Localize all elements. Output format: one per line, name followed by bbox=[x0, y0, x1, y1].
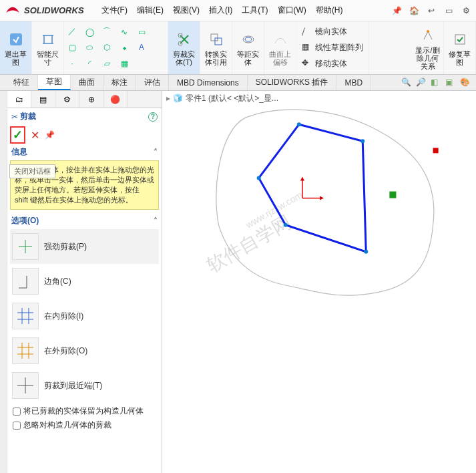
circle-icon[interactable]: ◯ bbox=[84, 27, 95, 37]
ribbon-smart-dim[interactable]: 智能尺寸 bbox=[32, 21, 64, 74]
doc-icon[interactable]: ▭ bbox=[443, 5, 455, 17]
scissors-icon: ✂ bbox=[11, 112, 18, 122]
command-tabs: 特征 草图 曲面 标注 评估 MBD Dimensions SOLIDWORKS… bbox=[0, 75, 476, 91]
chevron-up-icon[interactable]: ˄ bbox=[154, 216, 158, 226]
brand-label: SOLIDWORKS bbox=[24, 5, 84, 15]
ribbon-sketch-tools: ／ ◯ ⌒ ∿ ▭ ▢ ⬭ ⬡ ⬥ A · ◜ ▱ ▦ bbox=[64, 21, 168, 74]
option-trim-outside[interactable]: 在外剪除(O) bbox=[10, 333, 159, 368]
gear-icon[interactable]: ⚙ bbox=[460, 5, 472, 17]
ribbon-exit-sketch[interactable]: 退出草图 bbox=[0, 21, 32, 74]
menu-tools[interactable]: 工具(T) bbox=[238, 3, 272, 18]
option-power-trim[interactable]: 强劲剪裁(P) bbox=[10, 229, 159, 264]
sketch-origin bbox=[300, 176, 324, 200]
ribbon-trim[interactable]: 剪裁实体(T) bbox=[168, 21, 200, 74]
checkbox-keep-construction[interactable]: 将已剪裁的实体保留为构造几何体 bbox=[7, 404, 162, 418]
ribbon-mirror[interactable]: ⧸镜向实体 bbox=[302, 26, 363, 37]
tab-evaluate[interactable]: 评估 bbox=[136, 75, 169, 90]
slot-icon[interactable]: ⬭ bbox=[84, 42, 95, 53]
graphics-area[interactable]: ▸ 🧊 零件1 (默认< <默认>_显... 软件自学网 www.rjzxw.c… bbox=[162, 91, 476, 473]
panel-tab-property[interactable]: ▤ bbox=[31, 91, 55, 108]
zoom-icon[interactable]: 🔍 bbox=[401, 77, 412, 88]
poly-icon[interactable]: ⬡ bbox=[101, 42, 112, 53]
display-icon[interactable]: ▣ bbox=[445, 77, 456, 88]
help-icon[interactable]: ? bbox=[148, 112, 158, 122]
appearance-icon[interactable]: 🎨 bbox=[460, 77, 471, 88]
relation-marker-red[interactable] bbox=[433, 148, 439, 153]
menu-view[interactable]: 视图(V) bbox=[169, 3, 204, 18]
ribbon-pattern[interactable]: ▦线性草图阵列 bbox=[302, 42, 363, 53]
menu-window[interactable]: 窗口(W) bbox=[274, 3, 310, 18]
menu-insert[interactable]: 插入(I) bbox=[205, 3, 236, 18]
option-trim-closest[interactable]: 剪裁到最近端(T) bbox=[10, 368, 159, 403]
task-pane-rail[interactable] bbox=[0, 91, 7, 473]
ribbon-show-relations[interactable]: 显示/删除几何关系 bbox=[412, 21, 444, 74]
solidworks-logo bbox=[4, 2, 21, 19]
fillet-icon[interactable]: ◜ bbox=[84, 58, 95, 69]
svg-point-11 bbox=[364, 250, 368, 254]
menubar: 文件(F) 编辑(E) 视图(V) 插入(I) 工具(T) 窗口(W) 帮助(H… bbox=[97, 3, 347, 18]
svg-point-6 bbox=[245, 37, 252, 41]
svg-point-13 bbox=[257, 176, 261, 180]
menu-file[interactable]: 文件(F) bbox=[97, 3, 132, 18]
arc-icon[interactable]: ⌒ bbox=[101, 27, 112, 37]
cancel-button[interactable]: ✕ bbox=[31, 129, 39, 142]
back-icon[interactable]: ↩ bbox=[425, 5, 437, 17]
svg-point-7 bbox=[427, 30, 429, 33]
msg-section-label: 信息 bbox=[11, 146, 27, 158]
text-icon[interactable]: A bbox=[136, 42, 147, 53]
option-corner[interactable]: 边角(C) bbox=[10, 264, 159, 299]
options-section-label: 选项(O) bbox=[11, 215, 39, 226]
ribbon-offset[interactable]: 等距实体 bbox=[232, 21, 264, 74]
tab-mbd-dim[interactable]: MBD Dimensions bbox=[169, 75, 248, 90]
ribbon: 退出草图 智能尺寸 ／ ◯ ⌒ ∿ ▭ ▢ ⬭ ⬡ ⬥ A · ◜ ▱ ▦ 剪裁… bbox=[0, 21, 476, 75]
svg-rect-8 bbox=[455, 35, 465, 44]
menu-help[interactable]: 帮助(H) bbox=[312, 3, 347, 18]
menu-edit[interactable]: 编辑(E) bbox=[133, 3, 168, 18]
point-icon[interactable]: · bbox=[67, 58, 77, 69]
ribbon-repair[interactable]: 修复草图 bbox=[444, 21, 476, 74]
line-icon[interactable]: ／ bbox=[67, 27, 77, 37]
feature-title: 剪裁 bbox=[20, 111, 36, 122]
rect-icon[interactable]: ▭ bbox=[136, 27, 147, 37]
checkbox-ignore-construction[interactable]: 忽略对构造几何体的剪裁 bbox=[7, 418, 162, 432]
svg-point-9 bbox=[297, 122, 301, 126]
svg-point-12 bbox=[284, 223, 288, 227]
plane-icon[interactable]: ▦ bbox=[119, 58, 130, 69]
tab-annotate[interactable]: 标注 bbox=[103, 75, 136, 90]
svg-rect-3 bbox=[211, 34, 218, 41]
svg-marker-16 bbox=[300, 176, 304, 180]
relation-marker-green[interactable] bbox=[389, 192, 396, 198]
tab-plugins[interactable]: SOLIDWORKS 插件 bbox=[248, 75, 337, 90]
polygon-shape[interactable] bbox=[259, 124, 367, 252]
svg-point-10 bbox=[361, 139, 365, 143]
panel-tab-config[interactable]: ⚙ bbox=[55, 91, 79, 108]
section-icon[interactable]: ◧ bbox=[431, 77, 441, 88]
svg-marker-17 bbox=[320, 196, 324, 200]
tab-surface[interactable]: 曲面 bbox=[71, 75, 103, 90]
panel-tab-feature[interactable]: 🗂 bbox=[7, 91, 31, 108]
ribbon-transform-group: ⧸镜向实体 ▦线性草图阵列 ✥移动实体 bbox=[296, 21, 369, 74]
tab-mbd[interactable]: MBD bbox=[336, 75, 371, 90]
rect2-icon[interactable]: ▢ bbox=[67, 42, 77, 53]
ribbon-convert[interactable]: 转换实体引用 bbox=[200, 21, 232, 74]
tab-sketch[interactable]: 草图 bbox=[38, 75, 71, 90]
panel-tab-appearance[interactable]: 🔴 bbox=[103, 91, 128, 108]
ribbon-curve-offset[interactable]: 曲面上偏移 bbox=[264, 21, 296, 74]
ok-tooltip: 关闭对话框 bbox=[9, 164, 55, 178]
ribbon-move[interactable]: ✥移动实体 bbox=[302, 58, 363, 69]
pushpin-icon[interactable]: 📌 bbox=[45, 130, 55, 140]
tab-features[interactable]: 特征 bbox=[5, 75, 38, 90]
ok-button[interactable]: ✓ bbox=[10, 126, 25, 144]
panel-tab-dim[interactable]: ⊕ bbox=[79, 91, 103, 108]
svg-rect-4 bbox=[215, 38, 222, 45]
pin-icon[interactable]: 📌 bbox=[391, 5, 403, 17]
spline-icon[interactable]: ∿ bbox=[119, 27, 130, 37]
spline-path[interactable] bbox=[216, 110, 434, 295]
chevron-up-icon[interactable]: ˄ bbox=[154, 148, 158, 157]
zoom-area-icon[interactable]: 🔎 bbox=[416, 77, 427, 88]
ellipse-icon[interactable]: ⬥ bbox=[119, 42, 130, 53]
svg-rect-0 bbox=[10, 33, 22, 45]
option-trim-inside[interactable]: 在内剪除(I) bbox=[10, 299, 159, 333]
chamfer-icon[interactable]: ▱ bbox=[101, 58, 112, 69]
home-icon[interactable]: 🏠 bbox=[408, 5, 420, 17]
